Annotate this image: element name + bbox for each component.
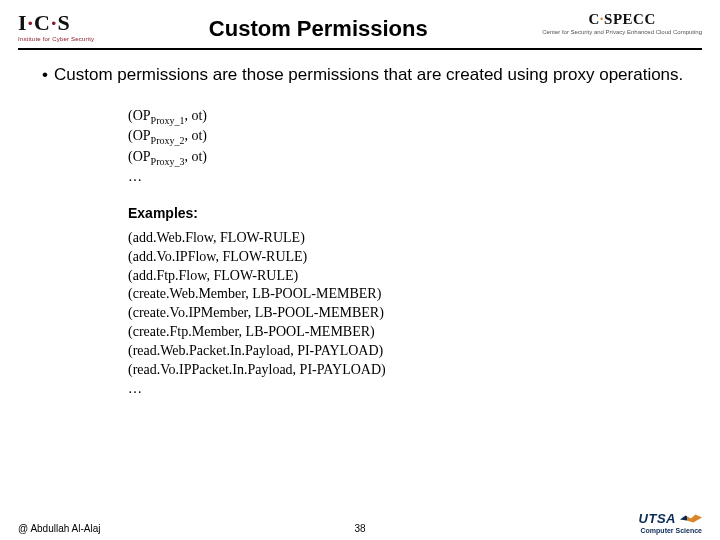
slide-body: • Custom permissions are those permissio… [0, 50, 720, 399]
example-line: (add.Web.Flow, FLOW-RULE) [128, 229, 458, 248]
proxy-line: (OPProxy_2, ot) [128, 127, 684, 147]
example-line: (create.Vo.IPMember, LB-POOL-MEMBER) [128, 304, 458, 323]
ics-subtext: Institute for Cyber Security [18, 36, 94, 42]
examples-list: (add.Web.Flow, FLOW-RULE) (add.Vo.IPFlow… [128, 229, 458, 399]
proxy-list: (OPProxy_1, ot) (OPProxy_2, ot) (OPProxy… [128, 107, 684, 187]
proxy-ellipsis: … [128, 168, 684, 187]
proxy-line: (OPProxy_1, ot) [128, 107, 684, 127]
ics-mark: I·C·S [18, 12, 71, 34]
roadrunner-icon [680, 514, 702, 524]
cspecc-subtext: Center for Security and Privacy Enhanced… [542, 29, 702, 35]
example-line: (read.Web.Packet.In.Payload, PI-PAYLOAD) [128, 342, 458, 361]
example-line: (create.Ftp.Member, LB-POOL-MEMBER) [128, 323, 458, 342]
examples-heading: Examples: [128, 205, 684, 221]
cspecc-logo: C·SPECC Center for Security and Privacy … [542, 12, 702, 35]
ics-logo: I·C·S Institute for Cyber Security [18, 12, 94, 42]
copyright: @ Abdullah Al-Alaj [18, 523, 100, 534]
slide-header: I·C·S Institute for Cyber Security Custo… [0, 0, 720, 42]
proxy-line: (OPProxy_3, ot) [128, 148, 684, 168]
example-ellipsis: … [128, 380, 458, 399]
cspecc-mark: C·SPECC [588, 12, 655, 27]
utsa-subtext: Computer Science [641, 527, 702, 534]
utsa-mark: UTSA [639, 511, 702, 526]
example-line: (add.Ftp.Flow, FLOW-RULE) [128, 267, 458, 286]
slide-title: Custom Permissions [94, 16, 542, 42]
page-number: 38 [354, 523, 365, 534]
bullet-text: Custom permissions are those permissions… [54, 64, 683, 87]
bullet-item: • Custom permissions are those permissio… [36, 64, 684, 87]
example-line: (create.Web.Member, LB-POOL-MEMBER) [128, 285, 458, 304]
bullet-marker: • [36, 64, 54, 87]
example-line: (add.Vo.IPFlow, FLOW-RULE) [128, 248, 458, 267]
utsa-logo: UTSA Computer Science [639, 511, 702, 534]
example-line: (read.Vo.IPPacket.In.Payload, PI-PAYLOAD… [128, 361, 458, 380]
